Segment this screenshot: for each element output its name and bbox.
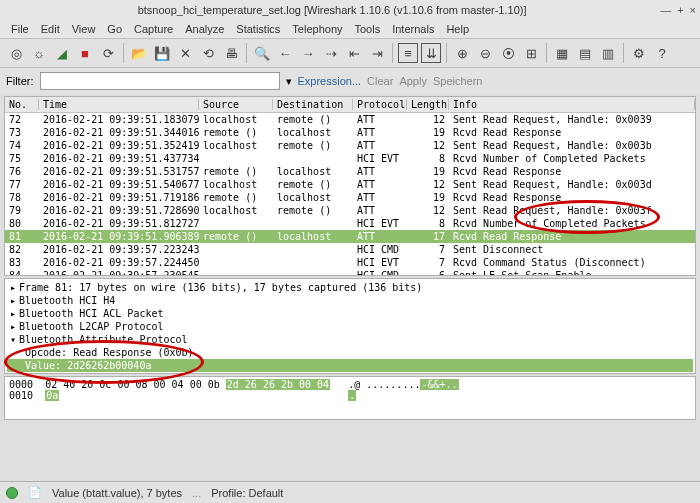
- apply-button[interactable]: Apply: [399, 75, 427, 87]
- last-icon[interactable]: ⇥: [367, 43, 387, 63]
- packet-details-pane[interactable]: ▸Frame 81: 17 bytes on wire (136 bits), …: [4, 278, 696, 374]
- cell-destination: localhost: [273, 166, 353, 177]
- tree-hci-h4[interactable]: ▸Bluetooth HCI H4: [7, 294, 693, 307]
- cell-time: 2016-02-21 09:39:51.906389: [39, 231, 199, 242]
- expert-info-led-icon[interactable]: [6, 487, 18, 499]
- maximize-icon[interactable]: +: [677, 4, 683, 16]
- packet-row[interactable]: 802016-02-21 09:39:51.812727HCI_EVT8Rcvd…: [5, 217, 695, 230]
- packet-row[interactable]: 812016-02-21 09:39:51.906389remote ()loc…: [5, 230, 695, 243]
- tree-l2cap[interactable]: ▸Bluetooth L2CAP Protocol: [7, 320, 693, 333]
- zoom-out-icon[interactable]: ⊖: [475, 43, 495, 63]
- cell-source: remote (): [199, 231, 273, 242]
- menu-analyze[interactable]: Analyze: [180, 22, 229, 36]
- cell-info: Sent Read Request, Handle: 0x003b: [449, 140, 695, 151]
- display-filters-icon[interactable]: ▤: [575, 43, 595, 63]
- packet-row[interactable]: 842016-02-21 09:39:57.230545HCI_CMD6Sent…: [5, 269, 695, 276]
- document-icon[interactable]: 📄: [28, 486, 42, 499]
- packet-row[interactable]: 792016-02-21 09:39:51.728690localhostrem…: [5, 204, 695, 217]
- zoom-in-icon[interactable]: ⊕: [452, 43, 472, 63]
- menu-telephony[interactable]: Telephony: [287, 22, 347, 36]
- packet-row[interactable]: 822016-02-21 09:39:57.223243HCI_CMD7Sent…: [5, 243, 695, 256]
- cell-time: 2016-02-21 09:39:51.344016: [39, 127, 199, 138]
- open-icon[interactable]: 📂: [129, 43, 149, 63]
- forward-icon[interactable]: →: [298, 43, 318, 63]
- back-icon[interactable]: ←: [275, 43, 295, 63]
- col-source[interactable]: Source: [199, 99, 273, 110]
- packet-row[interactable]: 732016-02-21 09:39:51.344016remote ()loc…: [5, 126, 695, 139]
- interfaces-icon[interactable]: ◎: [6, 43, 26, 63]
- collapse-arrow-icon[interactable]: ▸: [7, 321, 19, 332]
- tree-frame[interactable]: ▸Frame 81: 17 bytes on wire (136 bits), …: [7, 281, 693, 294]
- packet-bytes-pane[interactable]: 0000 02 40 20 0c 00 08 00 04 00 0b 2d 26…: [4, 376, 696, 420]
- cell-info: Rcvd Number of Completed Packets: [449, 218, 695, 229]
- menu-go[interactable]: Go: [102, 22, 127, 36]
- expression-button[interactable]: Expression...: [298, 75, 362, 87]
- col-no[interactable]: No.: [5, 99, 39, 110]
- close-file-icon[interactable]: ✕: [175, 43, 195, 63]
- col-destination[interactable]: Destination: [273, 99, 353, 110]
- packet-row[interactable]: 722016-02-21 09:39:51.183079localhostrem…: [5, 113, 695, 126]
- col-info[interactable]: Info: [449, 99, 695, 110]
- packet-row[interactable]: 832016-02-21 09:39:57.224450HCI_EVT7Rcvd…: [5, 256, 695, 269]
- resize-columns-icon[interactable]: ⊞: [521, 43, 541, 63]
- clear-button[interactable]: Clear: [367, 75, 393, 87]
- col-time[interactable]: Time: [39, 99, 199, 110]
- stop-capture-icon[interactable]: ■: [75, 43, 95, 63]
- save-filter-button[interactable]: Speichern: [433, 75, 483, 87]
- packet-row[interactable]: 782016-02-21 09:39:51.719186remote ()loc…: [5, 191, 695, 204]
- tree-att-value[interactable]: Value: 2d26262b00040a: [7, 359, 693, 372]
- cell-length: 12: [407, 140, 449, 151]
- help-icon[interactable]: ?: [652, 43, 672, 63]
- packet-row[interactable]: 752016-02-21 09:39:51.437734HCI_EVT8Rcvd…: [5, 152, 695, 165]
- print-icon[interactable]: 🖶: [221, 43, 241, 63]
- reload-icon[interactable]: ⟲: [198, 43, 218, 63]
- filter-input[interactable]: [40, 72, 280, 90]
- find-icon[interactable]: 🔍: [252, 43, 272, 63]
- collapse-arrow-icon[interactable]: ▸: [7, 308, 19, 319]
- col-length[interactable]: Length: [407, 99, 449, 110]
- save-icon[interactable]: 💾: [152, 43, 172, 63]
- options-icon[interactable]: ☼: [29, 43, 49, 63]
- menu-tools[interactable]: Tools: [350, 22, 386, 36]
- menu-capture[interactable]: Capture: [129, 22, 178, 36]
- first-icon[interactable]: ⇤: [344, 43, 364, 63]
- coloring-rules-icon[interactable]: ▥: [598, 43, 618, 63]
- packet-row[interactable]: 772016-02-21 09:39:51.540677localhostrem…: [5, 178, 695, 191]
- preferences-icon[interactable]: ⚙: [629, 43, 649, 63]
- hex-row-1[interactable]: 0010 0a .: [9, 390, 691, 401]
- packet-list-pane[interactable]: No. Time Source Destination Protocol Len…: [4, 96, 696, 276]
- menu-statistics[interactable]: Statistics: [231, 22, 285, 36]
- filter-dropdown-icon[interactable]: ▾: [286, 75, 292, 88]
- tree-att[interactable]: ▾Bluetooth Attribute Protocol: [7, 333, 693, 346]
- status-profile[interactable]: Profile: Default: [211, 487, 283, 499]
- cell-info: Rcvd Number of Completed Packets: [449, 153, 695, 164]
- autoscroll-icon[interactable]: ⇊: [421, 43, 441, 63]
- tree-att-opcode[interactable]: Opcode: Read Response (0x0b): [7, 346, 693, 359]
- cell-info: Rcvd Read Response: [449, 231, 695, 242]
- menu-view[interactable]: View: [67, 22, 101, 36]
- capture-filters-icon[interactable]: ▦: [552, 43, 572, 63]
- minimize-icon[interactable]: —: [660, 4, 671, 16]
- restart-capture-icon[interactable]: ⟳: [98, 43, 118, 63]
- close-icon[interactable]: ×: [690, 4, 696, 16]
- cell-time: 2016-02-21 09:39:51.728690: [39, 205, 199, 216]
- zoom-reset-icon[interactable]: ⦿: [498, 43, 518, 63]
- packet-row[interactable]: 762016-02-21 09:39:51.531757remote ()loc…: [5, 165, 695, 178]
- col-protocol[interactable]: Protocol: [353, 99, 407, 110]
- cell-no: 83: [5, 257, 39, 268]
- tree-acl[interactable]: ▸Bluetooth HCI ACL Packet: [7, 307, 693, 320]
- start-capture-icon[interactable]: ◢: [52, 43, 72, 63]
- collapse-arrow-icon[interactable]: ▸: [7, 295, 19, 306]
- hex-row-0[interactable]: 0000 02 40 20 0c 00 08 00 04 00 0b 2d 26…: [9, 379, 691, 390]
- expand-arrow-icon[interactable]: ▾: [7, 334, 19, 345]
- goto-icon[interactable]: ⇢: [321, 43, 341, 63]
- menu-internals[interactable]: Internals: [387, 22, 439, 36]
- menu-file[interactable]: File: [6, 22, 34, 36]
- packet-row[interactable]: 742016-02-21 09:39:51.352419localhostrem…: [5, 139, 695, 152]
- menu-edit[interactable]: Edit: [36, 22, 65, 36]
- colorize-icon[interactable]: ≡: [398, 43, 418, 63]
- menu-help[interactable]: Help: [441, 22, 474, 36]
- collapse-arrow-icon[interactable]: ▸: [7, 282, 19, 293]
- cell-no: 73: [5, 127, 39, 138]
- filter-label: Filter:: [6, 75, 34, 87]
